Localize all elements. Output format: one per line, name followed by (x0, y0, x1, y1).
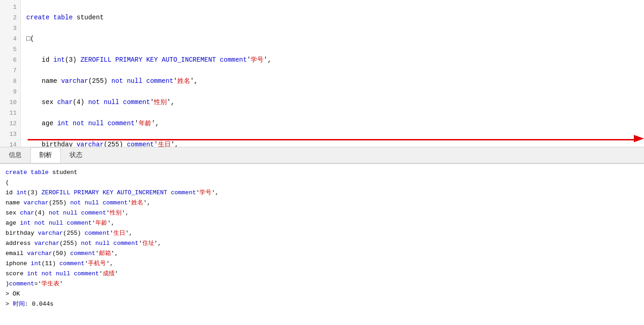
output-result-ok: > OK (6, 289, 638, 299)
line-num-10: 10 (0, 97, 20, 108)
output-area: create table student ( id int(3) ZEROFIL… (0, 164, 644, 325)
output-line-4: name varchar(255) not null comment'姓名', (6, 198, 638, 208)
line-num-2: 2 (0, 12, 20, 23)
code-line-5: sex char(4) not null comment'性别', (26, 97, 638, 108)
line-num-7: 7 (0, 65, 20, 76)
code-line-1: create table student (26, 12, 638, 23)
line-num-13: 13 (0, 129, 20, 139)
output-line-10: iphone int(11) comment'手机号', (6, 259, 638, 269)
tab-parse[interactable]: 剖析 (30, 147, 61, 163)
output-line-3: id int(3) ZEROFILL PRIMARY KEY AUTO_INCR… (6, 188, 638, 198)
code-line-6: age int not null comment'年龄', (26, 118, 638, 129)
line-num-12: 12 (0, 118, 20, 129)
line-num-1: 1 (0, 2, 20, 12)
output-line-1: create table student (6, 168, 638, 178)
line-num-11: 11 (0, 108, 20, 118)
tabs-bar: 信息 剖析 状态 (0, 147, 644, 164)
output-line-12: )comment='学生表' (6, 279, 638, 289)
tab-info[interactable]: 信息 (0, 147, 30, 163)
code-line-2: □( (26, 34, 638, 44)
line-numbers: 1 2 3 4 5 6 7 8 9 10 11 12 13 14 (0, 0, 21, 147)
code-line-7: birthday varchar(255) comment'生日', (26, 139, 638, 147)
output-line-5: sex char(4) not null comment'性别', (6, 208, 638, 218)
output-line-11: score int not null comment'成绩' (6, 269, 638, 279)
line-num-5: 5 (0, 44, 20, 55)
line-num-6: 6 (0, 55, 20, 65)
line-num-14: 14 (0, 139, 20, 147)
code-line-3: id int(3) ZEROFILL PRIMARY KEY AUTO_INCR… (26, 55, 638, 65)
line-num-8: 8 (0, 76, 20, 87)
code-text[interactable]: create table student □( id int(3) ZEROFI… (21, 0, 644, 147)
tab-status[interactable]: 状态 (61, 147, 91, 163)
output-line-6: age int not null comment'年龄', (6, 218, 638, 228)
output-line-7: birthday varchar(255) comment'生日', (6, 228, 638, 238)
line-num-3: 3 (0, 23, 20, 34)
output-line-9: email varchar(50) comment'邮箱', (6, 249, 638, 259)
output-line-8: address varchar(255) not null comment'住址… (6, 238, 638, 249)
output-result-time: > 时间: 0.044s (6, 299, 638, 309)
code-line-4: name varchar(255) not null comment'姓名', (26, 76, 638, 87)
code-editor[interactable]: 1 2 3 4 5 6 7 8 9 10 11 12 13 14 create … (0, 0, 644, 147)
line-num-9: 9 (0, 87, 20, 97)
line-num-4: 4 (0, 34, 20, 44)
output-line-2: ( (6, 178, 638, 188)
